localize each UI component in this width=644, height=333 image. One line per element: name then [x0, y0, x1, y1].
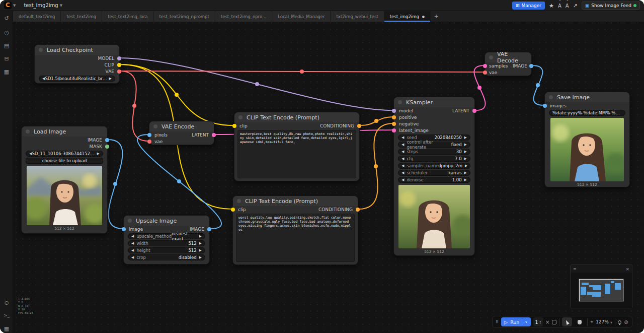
ckpt-name-combo[interactable]: ◀ SD1.5\beautifulRealistic_brav5.s... ▶: [39, 76, 115, 82]
cfg-widget[interactable]: ◀cfg 7.0▶: [398, 156, 470, 162]
minimap-view[interactable]: [571, 273, 632, 308]
clip-input-slot[interactable]: [232, 124, 236, 128]
node-title-bar[interactable]: VAE Decode: [485, 52, 531, 62]
node-title-bar[interactable]: Save Image: [545, 92, 629, 102]
clip-input-slot[interactable]: [231, 208, 235, 212]
tab-test-text2img-nprompt[interactable]: test_text2img_nprompt: [154, 11, 215, 22]
pan-tool-button[interactable]: [575, 317, 585, 326]
conditioning-output-slot[interactable]: [357, 124, 361, 128]
images-input-slot[interactable]: [543, 104, 547, 108]
node-title-bar[interactable]: Upscale Image: [124, 216, 209, 226]
drag-handle-icon[interactable]: ⠿: [496, 320, 499, 324]
tab-txt2img-webui-test[interactable]: txt2img_webui_test: [331, 11, 384, 22]
clip-output-slot[interactable]: [117, 63, 121, 67]
latent-image-input-slot[interactable]: [392, 128, 396, 132]
run-options-chevron-icon[interactable]: ∨: [522, 319, 527, 325]
node-vae-decode[interactable]: VAE Decode samples IMAGE vae: [485, 52, 532, 76]
batch-count-spinner[interactable]: ▴▾: [540, 320, 541, 324]
image-output-slot[interactable]: [105, 138, 109, 142]
show-image-feed-button[interactable]: ▣ Show Image Feed: [582, 2, 640, 10]
keybinds-icon[interactable]: ▦: [0, 325, 13, 332]
model-input-slot[interactable]: [392, 109, 396, 113]
minimap-layers-icon[interactable]: ≡: [573, 267, 577, 271]
node-ksampler[interactable]: KSampler model LATENT positive negative …: [393, 97, 475, 256]
combo-right-arrow-icon[interactable]: ▶: [109, 77, 112, 81]
logo-menu-chevron-icon[interactable]: ▼: [13, 4, 16, 8]
mask-output-slot[interactable]: [105, 145, 109, 149]
collapse-dot-icon[interactable]: [128, 219, 132, 223]
model-output-slot[interactable]: [117, 56, 121, 60]
pixels-input-slot[interactable]: [147, 133, 151, 137]
zoom-level-dropdown[interactable]: 127% ∨: [596, 319, 612, 324]
select-tool-button[interactable]: [562, 317, 572, 326]
terminal-icon[interactable]: >_: [0, 313, 13, 318]
node-clip-text-encode-negative[interactable]: CLIP Text Encode (Prompt) clip CONDITION…: [232, 195, 358, 265]
tab-test-text2img-npro[interactable]: test_text2img_npro...: [215, 11, 272, 22]
filename-prefix-widget[interactable]: %date:yyyy%-%date:MM%-%date:dd ...: [549, 110, 625, 116]
workflow-chevron-icon[interactable]: ▼: [60, 4, 62, 8]
tab-test-img2img-active[interactable]: test_img2img: [384, 11, 431, 22]
collapse-dot-icon[interactable]: [26, 129, 30, 134]
share-icon[interactable]: ↗: [573, 3, 578, 9]
combo-right-arrow-icon[interactable]: ▶: [97, 152, 100, 156]
image-output-slot[interactable]: [529, 64, 533, 68]
control-after-generate-widget[interactable]: ◀control after generate fixed▶: [398, 142, 470, 148]
new-tab-button[interactable]: +: [431, 11, 442, 22]
node-title-bar[interactable]: Load Checkpoint: [35, 45, 119, 55]
toggle-links-icon[interactable]: ⊘: [624, 319, 628, 325]
queue-icon[interactable]: ◷: [0, 29, 13, 36]
denoise-widget[interactable]: ◀denoise 1.00▶: [398, 177, 470, 183]
vae-input-slot[interactable]: [483, 71, 487, 75]
node-clip-text-encode-positive[interactable]: CLIP Text Encode (Prompt) clip CONDITION…: [234, 112, 360, 181]
samples-input-slot[interactable]: [483, 64, 487, 68]
positive-input-slot[interactable]: [392, 115, 396, 119]
scheduler-widget[interactable]: ◀scheduler karras▶: [398, 170, 470, 176]
conditioning-output-slot[interactable]: [356, 208, 360, 212]
height-widget[interactable]: ◀height 512▶: [128, 247, 205, 253]
width-widget[interactable]: ◀width 512▶: [128, 240, 205, 246]
image-input-slot[interactable]: [122, 227, 126, 231]
tab-test-text2img[interactable]: test_text2img: [61, 11, 102, 22]
cancel-icon[interactable]: ×: [545, 319, 549, 325]
collapse-dot-icon[interactable]: [237, 199, 241, 203]
star-icon[interactable]: ★: [549, 3, 554, 9]
node-title-bar[interactable]: CLIP Text Encode (Prompt): [233, 196, 358, 206]
node-save-image[interactable]: Save Image images %date:yyyy%-%date:MM%-…: [544, 92, 630, 187]
node-title-bar[interactable]: CLIP Text Encode (Prompt): [234, 112, 359, 122]
tab-test-text2img-lora[interactable]: test_text2img_lora: [102, 11, 153, 22]
minimap-panel[interactable]: ≡ ×: [570, 264, 632, 308]
collapse-dot-icon[interactable]: [398, 100, 402, 104]
node-load-image[interactable]: Load Image IMAGE MASK ◀ SD_11_10106-3086…: [21, 126, 108, 234]
crop-widget[interactable]: ◀crop disabled▶: [128, 254, 205, 260]
lightbulb-icon[interactable]: [618, 320, 621, 324]
minimap-close-icon[interactable]: ×: [625, 267, 629, 272]
manager-button[interactable]: ⊞ Manager: [512, 2, 545, 10]
frame-icon[interactable]: [552, 320, 556, 324]
comfyui-logo[interactable]: C: [4, 2, 12, 9]
negative-input-slot[interactable]: [392, 122, 396, 126]
node-vae-encode[interactable]: VAE Encode pixels LATENT vae: [149, 121, 214, 145]
font-badge-icon[interactable]: A: [566, 3, 569, 9]
font-badge-icon[interactable]: A: [558, 3, 561, 9]
fit-view-icon[interactable]: ⌖: [590, 319, 593, 325]
latent-output-slot[interactable]: [472, 109, 476, 113]
run-button[interactable]: ▷ Run ∨: [501, 317, 531, 326]
image-file-combo[interactable]: ◀ SD_11_10106-3086744152.png ▶: [26, 151, 103, 157]
node-load-checkpoint[interactable]: Load Checkpoint MODEL CLIP VAE ◀ SD1.5\b…: [34, 44, 120, 84]
vae-input-slot[interactable]: [147, 140, 151, 144]
batch-count-input[interactable]: 1 ▴▾: [533, 317, 543, 326]
gallery-icon[interactable]: ▦: [0, 69, 13, 75]
collapse-dot-icon[interactable]: [238, 115, 243, 119]
image-output-slot[interactable]: [207, 227, 211, 231]
node-title-bar[interactable]: Load Image: [22, 126, 107, 137]
node-title-bar[interactable]: VAE Encode: [149, 121, 214, 131]
upscale-method-widget[interactable]: ◀upscale_method nearest-exact▶: [128, 233, 205, 239]
tab-default-text2img[interactable]: default_text2img: [13, 11, 61, 22]
positive-prompt-textarea[interactable]: masterpiece,best quality,8k,raw photo,ph…: [237, 130, 356, 178]
node-upscale-image[interactable]: Upscale Image image IMAGE ◀upscale_metho…: [123, 215, 210, 264]
latent-output-slot[interactable]: [212, 133, 216, 137]
collapse-dot-icon[interactable]: [549, 95, 553, 99]
model-library-icon[interactable]: ⊟: [0, 55, 13, 62]
collapse-dot-icon[interactable]: [153, 124, 157, 128]
vae-output-slot[interactable]: [117, 70, 121, 74]
